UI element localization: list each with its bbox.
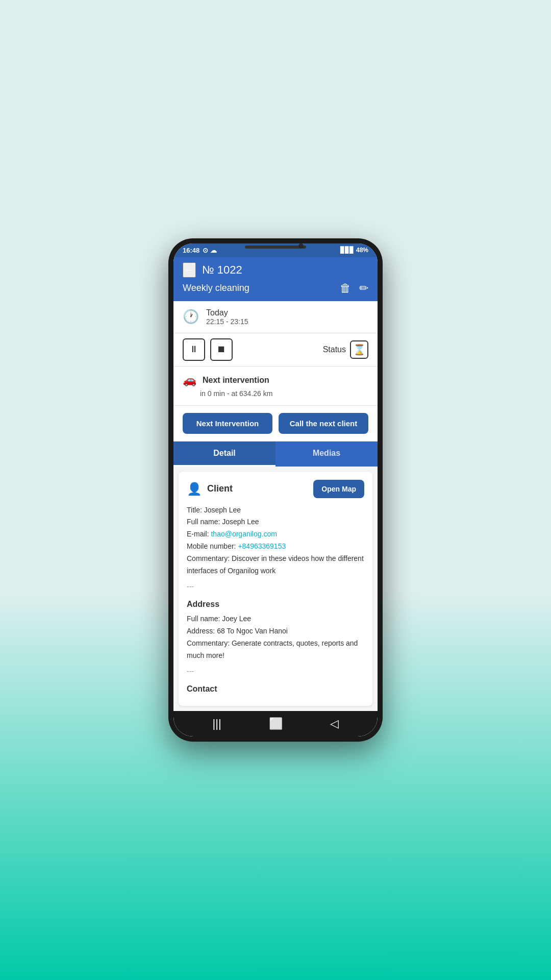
status-icon-box[interactable]: ⌛ — [350, 340, 368, 359]
call-next-client-button[interactable]: Call the next client — [279, 413, 368, 434]
mobile-link[interactable]: +84963369153 — [238, 542, 286, 550]
client-fullname: Full name: Joseph Lee — [187, 516, 364, 528]
page-title: № 1022 — [202, 263, 368, 277]
time-label: Today — [206, 308, 248, 317]
next-intervention-section: 🚗 Next intervention in 0 min - at 634.26… — [173, 366, 378, 406]
separator-1: --- — [187, 581, 364, 593]
back-button[interactable]: ← — [183, 262, 196, 278]
next-intervention-button[interactable]: Next Intervention — [183, 413, 272, 434]
car-icon: 🚗 — [183, 374, 196, 387]
address-section-title: Address — [187, 597, 364, 611]
action-buttons-row: Next Intervention Call the next client — [173, 406, 378, 442]
tab-detail[interactable]: Detail — [173, 442, 276, 467]
pause-icon: ⏸ — [189, 344, 198, 355]
clock-icon: 🕐 — [183, 309, 199, 325]
separator-2: --- — [187, 666, 364, 678]
edit-button[interactable]: ✏ — [359, 282, 368, 295]
app-header: ← № 1022 Weekly cleaning 🗑 ✏ — [173, 257, 378, 301]
controls-section: ⏸ ⏹ Status ⌛ — [173, 333, 378, 366]
email-label: E-mail: — [187, 530, 211, 538]
time-range: 22:15 - 23:15 — [206, 317, 248, 326]
email-link[interactable]: thao@organilog.com — [211, 530, 277, 538]
status-time: 16:48 — [183, 247, 199, 254]
tab-detail-label: Detail — [213, 449, 236, 457]
nav-home-button[interactable]: ⬜ — [269, 717, 283, 730]
address-address: Address: 68 To Ngoc Van Hanoi — [187, 625, 364, 638]
client-card: 👤 Client Open Map Title: Joseph Lee Full… — [179, 472, 372, 706]
nav-back-button[interactable]: ◁ — [330, 717, 339, 730]
address-commentary: Commentary: Generate contracts, quotes, … — [187, 638, 364, 662]
address-fullname: Full name: Joey Lee — [187, 613, 364, 625]
client-commentary: Commentary: Discover in these videos how… — [187, 553, 364, 577]
status-label: Status — [323, 345, 346, 354]
client-title: Title: Joseph Lee — [187, 504, 364, 517]
nav-menu-button[interactable]: ||| — [212, 717, 221, 730]
stop-icon: ⏹ — [217, 344, 226, 355]
status-hourglass-icon: ⌛ — [353, 344, 366, 356]
delete-button[interactable]: 🗑 — [340, 282, 351, 295]
battery-level: 48% — [356, 247, 368, 254]
pause-button[interactable]: ⏸ — [183, 338, 205, 361]
time-section: 🕐 Today 22:15 - 23:15 — [173, 301, 378, 333]
client-email: E-mail: thao@organilog.com — [187, 528, 364, 541]
mobile-label: Mobile number: — [187, 542, 238, 550]
tab-medias-label: Medias — [313, 449, 340, 457]
client-mobile: Mobile number: +84963369153 — [187, 541, 364, 553]
client-card-title: Client — [207, 483, 233, 494]
open-map-button[interactable]: Open Map — [313, 480, 364, 498]
stop-button[interactable]: ⏹ — [210, 338, 233, 361]
next-intervention-detail: in 0 min - at 634.26 km — [200, 389, 272, 398]
next-intervention-label: Next intervention — [203, 376, 269, 385]
tab-medias[interactable]: Medias — [276, 442, 378, 467]
intervention-title: Weekly cleaning — [183, 283, 249, 293]
signal-icon: ▊▊▊ — [340, 247, 354, 254]
person-icon: 👤 — [187, 482, 202, 496]
nav-bar: ||| ⬜ ◁ — [173, 711, 378, 737]
client-info: Title: Joseph Lee Full name: Joseph Lee … — [187, 504, 364, 696]
tab-bar: Detail Medias — [173, 442, 378, 467]
contact-section-title: Contact — [187, 682, 364, 696]
status-icons: ⊙ ☁ — [203, 247, 217, 254]
main-content: 🕐 Today 22:15 - 23:15 ⏸ ⏹ Status — [173, 301, 378, 712]
